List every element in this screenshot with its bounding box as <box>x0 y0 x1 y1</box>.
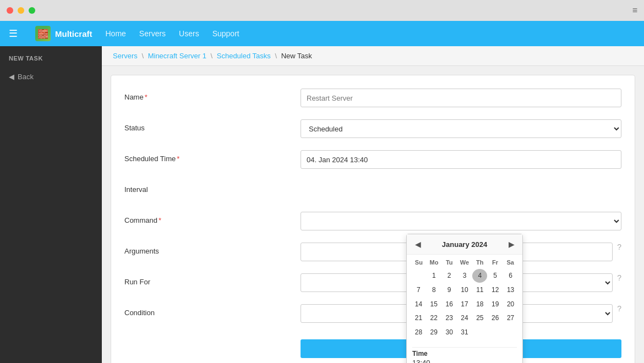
nav-link-home[interactable]: Home <box>106 29 126 38</box>
close-dot[interactable] <box>7 7 13 14</box>
cal-day-21[interactable]: 21 <box>411 311 426 325</box>
cal-day-9[interactable]: 9 <box>442 283 457 297</box>
cal-day-7[interactable]: 7 <box>411 283 426 297</box>
cal-day-10[interactable]: 10 <box>457 283 472 297</box>
cal-day-31[interactable]: 31 <box>457 326 472 339</box>
name-row: Name* <box>124 89 621 108</box>
cal-day-23[interactable]: 23 <box>442 311 457 325</box>
interval-label: Interval <box>124 181 301 194</box>
back-button[interactable]: ◀ Back <box>0 68 102 85</box>
create-label-spacer <box>124 335 301 339</box>
breadcrumb-sep-1: \ <box>141 52 144 60</box>
cal-day-27[interactable]: 27 <box>503 311 518 325</box>
arguments-row: Arguments ? <box>124 243 621 262</box>
breadcrumb-server1[interactable]: Minecraft Server 1 <box>148 52 206 60</box>
maximize-dot[interactable] <box>29 7 35 14</box>
arguments-help-icon[interactable]: ? <box>617 243 621 251</box>
cal-day-18[interactable]: 18 <box>472 298 487 311</box>
nav-link-support[interactable]: Support <box>212 29 239 38</box>
time-label: Time <box>412 350 517 358</box>
cal-day-16[interactable]: 16 <box>442 298 457 311</box>
cal-day-6[interactable]: 6 <box>503 269 518 283</box>
status-control: Scheduled Disabled <box>301 119 621 138</box>
back-label: Back <box>18 73 34 81</box>
nav-links: HomeServersUsersSupport <box>106 29 239 38</box>
cal-day-24[interactable]: 24 <box>457 311 472 325</box>
brand-icon: 🧱 <box>35 26 51 41</box>
cal-day-1[interactable]: 1 <box>427 269 441 283</box>
cal-day-20[interactable]: 20 <box>503 298 518 311</box>
condition-help-icon[interactable]: ? <box>617 304 621 313</box>
weekday-fr: Fr <box>488 258 503 267</box>
calendar-grid: Su Mo Tu We Th Fr Sa 1 2 3 4 <box>407 255 522 342</box>
weekday-tu: Tu <box>441 258 457 267</box>
run-for-row: Run For ? <box>124 273 621 293</box>
scheduled-time-label: Scheduled Time* <box>124 150 301 163</box>
main-content: Servers \ Minecraft Server 1 \ Scheduled… <box>102 46 644 363</box>
nav-link-servers[interactable]: Servers <box>139 29 166 38</box>
cal-day-14[interactable]: 14 <box>411 298 426 311</box>
cal-day-26[interactable]: 26 <box>488 311 503 325</box>
weekday-we: We <box>457 258 472 267</box>
condition-row: Condition ? <box>124 304 621 324</box>
scheduled-time-required: * <box>177 155 179 163</box>
breadcrumb-current: New Task <box>281 52 312 60</box>
cal-day-empty <box>411 269 426 283</box>
cal-day-2[interactable]: 2 <box>442 269 457 283</box>
menu-icon[interactable]: ≡ <box>632 6 637 15</box>
cal-day-4[interactable]: 4 <box>472 269 487 283</box>
name-control <box>301 89 621 107</box>
breadcrumb-bar: Servers \ Minecraft Server 1 \ Scheduled… <box>102 46 644 66</box>
cal-day-19[interactable]: 19 <box>488 298 503 311</box>
name-label: Name* <box>124 89 301 101</box>
cal-day-13[interactable]: 13 <box>503 283 518 297</box>
calendar-time-section: Time 13:40 Hour Minute <box>407 342 522 363</box>
cal-day-28[interactable]: 28 <box>411 326 426 339</box>
scheduled-time-input[interactable] <box>301 150 621 169</box>
sidebar-title: NEW TASK <box>0 55 102 68</box>
calendar-header: ◀ January 2024 ▶ <box>407 234 522 255</box>
breadcrumb-servers[interactable]: Servers <box>113 52 138 60</box>
calendar-divider <box>412 347 517 348</box>
brand: 🧱 Multicraft <box>35 26 92 41</box>
cal-day-25[interactable]: 25 <box>472 311 487 325</box>
top-nav: ☰ 🧱 Multicraft HomeServersUsersSupport <box>0 21 644 46</box>
command-control <box>301 212 621 230</box>
status-row: Status Scheduled Disabled <box>124 119 621 139</box>
run-for-help-icon[interactable]: ? <box>617 273 621 282</box>
cal-day-11[interactable]: 11 <box>472 283 487 297</box>
name-required: * <box>145 93 148 101</box>
cal-day-5[interactable]: 5 <box>488 269 503 283</box>
calendar-weekdays: Su Mo Tu We Th Fr Sa <box>411 258 518 267</box>
nav-link-users[interactable]: Users <box>179 29 199 38</box>
brand-name: Multicraft <box>55 29 92 38</box>
calendar-prev-button[interactable]: ◀ <box>412 239 423 250</box>
cal-day-17[interactable]: 17 <box>457 298 472 311</box>
create-row: Create <box>124 335 621 358</box>
app-body: NEW TASK ◀ Back Servers \ Minecraft Serv… <box>0 46 644 363</box>
form-area: Name* Status Scheduled Disabled <box>111 75 635 363</box>
status-label: Status <box>124 119 301 132</box>
minimize-dot[interactable] <box>18 7 24 14</box>
command-select[interactable] <box>301 212 621 230</box>
title-bar: ≡ <box>0 0 644 21</box>
status-select[interactable]: Scheduled Disabled <box>301 119 621 138</box>
calendar-month-year: January 2024 <box>442 240 487 249</box>
name-input[interactable] <box>301 89 621 107</box>
breadcrumb-sep-3: \ <box>275 52 277 60</box>
cal-day-15[interactable]: 15 <box>427 298 441 311</box>
weekday-su: Su <box>411 258 427 267</box>
back-arrow-icon: ◀ <box>9 73 14 81</box>
breadcrumb-scheduled-tasks[interactable]: Scheduled Tasks <box>217 52 271 60</box>
cal-day-3[interactable]: 3 <box>457 269 472 283</box>
cal-day-30[interactable]: 30 <box>442 326 457 339</box>
cal-day-12[interactable]: 12 <box>488 283 503 297</box>
cal-day-22[interactable]: 22 <box>427 311 441 325</box>
interval-row: Interval <box>124 181 621 201</box>
hamburger-icon[interactable]: ☰ <box>9 28 18 40</box>
command-row: Command* <box>124 212 621 232</box>
cal-day-29[interactable]: 29 <box>427 326 441 339</box>
cal-day-8[interactable]: 8 <box>427 283 441 297</box>
calendar-next-button[interactable]: ▶ <box>506 239 517 250</box>
scheduled-time-row: Scheduled Time* <box>124 150 621 170</box>
